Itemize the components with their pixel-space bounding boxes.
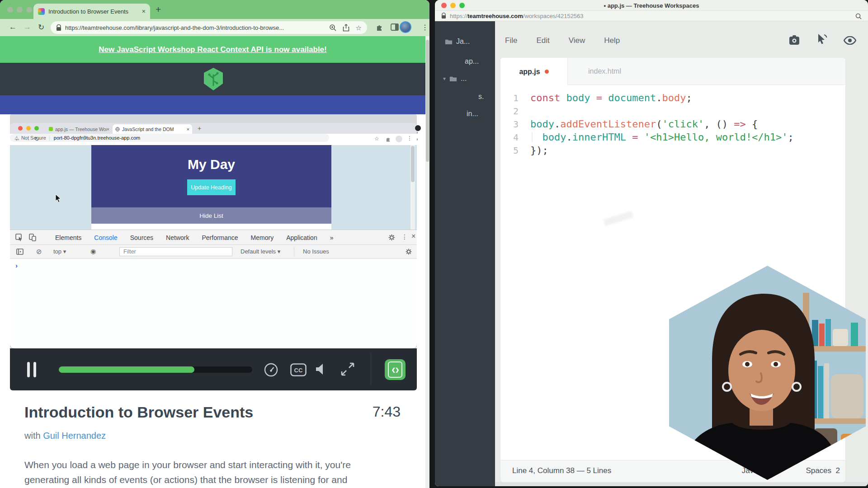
video-progress-track[interactable]	[59, 366, 252, 373]
page-scrollbar-thumb[interactable]	[426, 40, 429, 162]
captions-cc-icon[interactable]: CC	[290, 363, 307, 376]
page-scrollbar-track[interactable]	[425, 36, 429, 488]
fullscreen-icon[interactable]	[341, 362, 354, 376]
site-navbar	[0, 63, 425, 95]
mouse-cursor-icon	[55, 194, 61, 203]
instructor-line: with Guil Hernandez	[24, 431, 106, 441]
default-levels-select: Default levels ▾	[241, 248, 280, 255]
video-avatar	[396, 136, 402, 142]
bookmark-star-icon[interactable]: ☆	[356, 24, 362, 31]
code-line[interactable]: 2	[500, 104, 845, 117]
url-text: https://teamtreehouse.com/workspaces/421…	[450, 13, 584, 19]
video-address-bar: ⚠ Not Secure | port-80-dpgfn9tu3n.treeho…	[10, 134, 329, 142]
devtools-kebab-icon: ⋮	[401, 233, 408, 240]
clear-console-icon: ⊘	[36, 248, 42, 256]
sidebar-item-file-app[interactable]: ap...	[465, 57, 479, 66]
devtools-tabbar: Elements Console Sources Network Perform…	[10, 230, 417, 245]
devtools-tab-console: Console	[94, 234, 117, 241]
my-day-heading: My Day	[91, 157, 331, 172]
treehouse-favicon-icon	[38, 8, 45, 15]
minimize-window-button[interactable]	[17, 7, 23, 13]
sidebar-item-folder-expanded[interactable]: ▾ ...	[443, 75, 467, 83]
volume-icon[interactable]	[316, 363, 326, 375]
instructor-link[interactable]: Guil Hernandez	[43, 431, 106, 441]
globe-icon	[115, 127, 120, 131]
unsaved-dot-icon	[545, 70, 549, 74]
forward-icon[interactable]: →	[24, 23, 31, 32]
devtools-console-toolbar: ⊘ top ▾ ◉ Default levels ▾ No Issues	[10, 245, 417, 259]
video-browser-toolbar: ← → ↻ ⚠ Not Secure | port-80-dpgfn9tu3n.…	[10, 134, 417, 145]
sidebar-item-file-index[interactable]: in...	[467, 110, 478, 118]
code-line[interactable]: 3body.addEventListener('click', () => {	[500, 117, 845, 131]
new-tab-button[interactable]: +	[156, 4, 161, 15]
extensions-puzzle-icon[interactable]	[375, 23, 383, 32]
playback-speed-icon[interactable]	[264, 363, 278, 377]
url-text: https://teamtreehouse.com/library/javasc…	[65, 24, 323, 31]
zoom-window-button[interactable]	[26, 7, 32, 13]
devtools-more-tabs-icon: »	[330, 234, 334, 241]
watermark-smudge	[603, 211, 634, 226]
treehouse-logo-icon[interactable]	[203, 67, 224, 91]
editor-tabbar: app.js index.html	[500, 58, 845, 85]
folder-icon	[445, 38, 453, 45]
workspace-address-bar[interactable]: https://teamtreehouse.com/workspaces/421…	[435, 11, 868, 21]
browser-menu-kebab-icon[interactable]: ⋮	[421, 23, 429, 32]
tab-index-html[interactable]: index.html	[568, 58, 642, 85]
video-tab-inactive: app.js — Treehouse Workspac ×	[46, 124, 112, 134]
tab-app-js[interactable]: app.js	[500, 58, 568, 85]
code-line[interactable]: 4 body.innerHTML = '<h1>Hello, world!</h…	[500, 131, 845, 144]
menu-help[interactable]: Help	[604, 36, 620, 45]
open-workspace-button[interactable]: ❮❯	[385, 359, 406, 380]
pause-button[interactable]	[27, 362, 30, 377]
code-brackets-icon: ❮❯	[388, 361, 402, 378]
page-white-strip	[91, 224, 331, 230]
browser-tab-strip: Introduction to Browser Events × +	[0, 0, 429, 19]
video-min-light	[26, 126, 31, 131]
video-player-surface[interactable]: app.js — Treehouse Workspac × JavaScript…	[10, 114, 417, 348]
tab-title: Introduction to Browser Events	[48, 8, 139, 15]
code-line[interactable]: 1const body = document.body;	[500, 91, 845, 104]
devtools-console-output: ›	[10, 259, 417, 348]
page-zoom-icon[interactable]	[855, 13, 862, 19]
sidebar-item-folder-javascript[interactable]: Ja...	[445, 38, 470, 46]
menu-view[interactable]: View	[569, 36, 585, 45]
sidebar-panel-icon[interactable]	[391, 23, 399, 31]
close-tab-icon[interactable]: ×	[142, 8, 146, 15]
video-newtab: +	[198, 125, 201, 132]
menu-file[interactable]: File	[505, 36, 517, 45]
console-settings-gear-icon	[405, 248, 412, 255]
code-line[interactable]: 5});	[500, 144, 845, 157]
my-day-card: My Day Update Heading	[91, 145, 331, 207]
video-progress-fill	[59, 366, 194, 373]
close-window-button[interactable]	[7, 7, 13, 13]
zoom-icon[interactable]	[329, 24, 336, 31]
course-progress-strip	[0, 95, 425, 114]
code-lines[interactable]: 1const body = document.body;23body.addEv…	[500, 91, 845, 157]
update-heading-button: Update Heading	[187, 179, 236, 195]
hide-list-bar: Hide List	[91, 207, 331, 224]
reload-icon[interactable]: ↻	[38, 23, 44, 32]
video-star-icon: ☆	[374, 136, 379, 142]
video-record-dot	[415, 125, 421, 131]
address-bar[interactable]: https://teamtreehouse.com/library/javasc…	[51, 21, 367, 34]
caret-down-icon: ▾	[443, 75, 446, 82]
controls-divider	[371, 353, 371, 386]
live-expression-eye-icon: ◉	[90, 248, 96, 255]
with-label: with	[24, 431, 41, 441]
workspace-titlebar: • app.js — Treehouse Workspaces	[435, 0, 868, 11]
banner-link[interactable]: New JavaScript Workshop React Context AP…	[99, 45, 326, 54]
pause-button[interactable]	[33, 362, 36, 377]
back-icon[interactable]: ←	[9, 23, 17, 32]
screen: Introduction to Browser Events × + ← → ↻…	[0, 0, 868, 488]
share-icon[interactable]	[343, 24, 349, 32]
snapshot-camera-icon[interactable]	[788, 34, 800, 46]
preview-pointer-icon[interactable]	[816, 33, 827, 46]
profile-avatar[interactable]	[400, 21, 411, 33]
sidebar-item-file-css[interactable]: s.	[478, 93, 484, 101]
devtools-tab-memory: Memory	[251, 234, 274, 241]
eye-icon[interactable]	[844, 36, 856, 45]
window-bottom-strip	[495, 482, 868, 486]
browser-tab[interactable]: Introduction to Browser Events ×	[33, 4, 150, 19]
menu-edit[interactable]: Edit	[536, 36, 549, 45]
indentation-status[interactable]: Spaces 2	[806, 466, 840, 475]
